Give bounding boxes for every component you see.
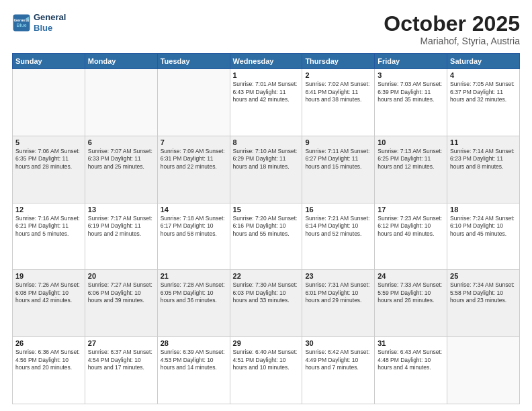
day-info: Sunrise: 7:01 AM Sunset: 6:43 PM Dayligh…	[233, 81, 300, 103]
table-row: 23Sunrise: 7:31 AM Sunset: 6:01 PM Dayli…	[302, 270, 375, 337]
day-number: 16	[305, 205, 371, 214]
day-info: Sunrise: 7:06 AM Sunset: 6:35 PM Dayligh…	[15, 148, 82, 171]
calendar-table: Sunday Monday Tuesday Wednesday Thursday…	[12, 53, 520, 404]
day-info: Sunrise: 7:09 AM Sunset: 6:31 PM Dayligh…	[161, 148, 227, 171]
table-row: 3Sunrise: 7:03 AM Sunset: 6:39 PM Daylig…	[375, 69, 447, 136]
table-row: 2Sunrise: 7:02 AM Sunset: 6:41 PM Daylig…	[302, 69, 375, 136]
table-row: 5Sunrise: 7:06 AM Sunset: 6:35 PM Daylig…	[13, 136, 85, 203]
day-info: Sunrise: 7:16 AM Sunset: 6:21 PM Dayligh…	[15, 215, 82, 238]
table-row: 13Sunrise: 7:17 AM Sunset: 6:19 PM Dayli…	[85, 203, 157, 270]
table-row	[447, 337, 520, 404]
day-number: 24	[378, 272, 444, 280]
day-info: Sunrise: 7:10 AM Sunset: 6:29 PM Dayligh…	[233, 148, 300, 171]
day-number: 7	[161, 138, 227, 146]
table-row: 20Sunrise: 7:27 AM Sunset: 6:06 PM Dayli…	[85, 270, 157, 337]
day-info: Sunrise: 7:13 AM Sunset: 6:25 PM Dayligh…	[378, 148, 444, 171]
day-number: 30	[305, 339, 371, 347]
calendar-header-row: Sunday Monday Tuesday Wednesday Thursday…	[13, 54, 520, 69]
calendar-week-row: 12Sunrise: 7:16 AM Sunset: 6:21 PM Dayli…	[13, 203, 520, 270]
day-info: Sunrise: 7:27 AM Sunset: 6:06 PM Dayligh…	[88, 281, 154, 304]
table-row: 27Sunrise: 6:37 AM Sunset: 4:54 PM Dayli…	[85, 337, 157, 404]
logo-icon: General Blue	[12, 13, 31, 32]
table-row: 31Sunrise: 6:43 AM Sunset: 4:48 PM Dayli…	[375, 337, 447, 404]
day-number: 29	[233, 339, 300, 347]
day-info: Sunrise: 6:42 AM Sunset: 4:49 PM Dayligh…	[305, 349, 371, 371]
calendar-week-row: 19Sunrise: 7:26 AM Sunset: 6:08 PM Dayli…	[13, 270, 520, 337]
col-thursday: Thursday	[302, 54, 375, 69]
col-tuesday: Tuesday	[157, 54, 230, 69]
day-number: 3	[378, 71, 444, 79]
calendar-week-row: 5Sunrise: 7:06 AM Sunset: 6:35 PM Daylig…	[13, 136, 520, 203]
day-info: Sunrise: 7:24 AM Sunset: 6:10 PM Dayligh…	[450, 215, 517, 238]
title-block: October 2025 Mariahof, Styria, Austria	[384, 12, 520, 46]
day-info: Sunrise: 7:11 AM Sunset: 6:27 PM Dayligh…	[305, 148, 371, 171]
table-row: 12Sunrise: 7:16 AM Sunset: 6:21 PM Dayli…	[13, 203, 85, 270]
col-friday: Friday	[375, 54, 447, 69]
table-row: 21Sunrise: 7:28 AM Sunset: 6:05 PM Dayli…	[157, 270, 230, 337]
table-row: 8Sunrise: 7:10 AM Sunset: 6:29 PM Daylig…	[230, 136, 302, 203]
day-number: 2	[305, 71, 371, 79]
day-info: Sunrise: 6:39 AM Sunset: 4:53 PM Dayligh…	[161, 349, 227, 371]
day-number: 13	[88, 205, 154, 214]
day-number: 21	[161, 272, 227, 280]
location-subtitle: Mariahof, Styria, Austria	[384, 36, 520, 46]
day-number: 14	[161, 205, 227, 214]
table-row: 24Sunrise: 7:33 AM Sunset: 5:59 PM Dayli…	[375, 270, 447, 337]
table-row	[13, 69, 85, 136]
day-info: Sunrise: 7:05 AM Sunset: 6:37 PM Dayligh…	[450, 81, 517, 103]
day-number: 9	[305, 138, 371, 146]
table-row: 26Sunrise: 6:36 AM Sunset: 4:56 PM Dayli…	[13, 337, 85, 404]
day-info: Sunrise: 7:21 AM Sunset: 6:14 PM Dayligh…	[305, 215, 371, 238]
day-info: Sunrise: 7:17 AM Sunset: 6:19 PM Dayligh…	[88, 215, 154, 238]
day-number: 11	[450, 138, 517, 146]
day-number: 27	[88, 339, 154, 347]
day-info: Sunrise: 7:31 AM Sunset: 6:01 PM Dayligh…	[305, 281, 371, 304]
day-number: 6	[88, 138, 154, 146]
table-row: 22Sunrise: 7:30 AM Sunset: 6:03 PM Dayli…	[230, 270, 302, 337]
day-info: Sunrise: 6:37 AM Sunset: 4:54 PM Dayligh…	[88, 349, 154, 371]
day-info: Sunrise: 7:20 AM Sunset: 6:16 PM Dayligh…	[233, 215, 300, 238]
day-info: Sunrise: 7:07 AM Sunset: 6:33 PM Dayligh…	[88, 148, 154, 171]
day-info: Sunrise: 7:14 AM Sunset: 6:23 PM Dayligh…	[450, 148, 517, 171]
table-row: 17Sunrise: 7:23 AM Sunset: 6:12 PM Dayli…	[375, 203, 447, 270]
day-number: 4	[450, 71, 517, 79]
day-number: 28	[161, 339, 227, 347]
day-number: 17	[378, 205, 444, 214]
svg-text:Blue: Blue	[16, 23, 26, 28]
day-number: 26	[15, 339, 82, 347]
day-info: Sunrise: 7:26 AM Sunset: 6:08 PM Dayligh…	[15, 281, 82, 304]
day-info: Sunrise: 7:33 AM Sunset: 5:59 PM Dayligh…	[378, 281, 444, 304]
table-row: 25Sunrise: 7:34 AM Sunset: 5:58 PM Dayli…	[447, 270, 520, 337]
table-row: 4Sunrise: 7:05 AM Sunset: 6:37 PM Daylig…	[447, 69, 520, 136]
logo: General Blue General Blue	[12, 12, 66, 33]
logo-text: General Blue	[34, 12, 66, 33]
day-number: 31	[378, 339, 444, 347]
day-number: 5	[15, 138, 82, 146]
header: General Blue General Blue October 2025 M…	[12, 12, 520, 46]
day-number: 20	[88, 272, 154, 280]
day-number: 23	[305, 272, 371, 280]
day-info: Sunrise: 6:43 AM Sunset: 4:48 PM Dayligh…	[378, 349, 444, 371]
day-info: Sunrise: 7:23 AM Sunset: 6:12 PM Dayligh…	[378, 215, 444, 238]
col-wednesday: Wednesday	[230, 54, 302, 69]
table-row: 1Sunrise: 7:01 AM Sunset: 6:43 PM Daylig…	[230, 69, 302, 136]
table-row: 14Sunrise: 7:18 AM Sunset: 6:17 PM Dayli…	[157, 203, 230, 270]
table-row: 15Sunrise: 7:20 AM Sunset: 6:16 PM Dayli…	[230, 203, 302, 270]
col-saturday: Saturday	[447, 54, 520, 69]
month-title: October 2025	[384, 12, 520, 36]
day-info: Sunrise: 6:40 AM Sunset: 4:51 PM Dayligh…	[233, 349, 300, 371]
table-row: 6Sunrise: 7:07 AM Sunset: 6:33 PM Daylig…	[85, 136, 157, 203]
table-row: 10Sunrise: 7:13 AM Sunset: 6:25 PM Dayli…	[375, 136, 447, 203]
table-row	[85, 69, 157, 136]
table-row: 7Sunrise: 7:09 AM Sunset: 6:31 PM Daylig…	[157, 136, 230, 203]
table-row: 29Sunrise: 6:40 AM Sunset: 4:51 PM Dayli…	[230, 337, 302, 404]
table-row: 11Sunrise: 7:14 AM Sunset: 6:23 PM Dayli…	[447, 136, 520, 203]
table-row: 30Sunrise: 6:42 AM Sunset: 4:49 PM Dayli…	[302, 337, 375, 404]
page: General Blue General Blue October 2025 M…	[0, 0, 532, 411]
calendar-week-row: 26Sunrise: 6:36 AM Sunset: 4:56 PM Dayli…	[13, 337, 520, 404]
table-row: 18Sunrise: 7:24 AM Sunset: 6:10 PM Dayli…	[447, 203, 520, 270]
table-row: 19Sunrise: 7:26 AM Sunset: 6:08 PM Dayli…	[13, 270, 85, 337]
day-number: 10	[378, 138, 444, 146]
day-info: Sunrise: 7:30 AM Sunset: 6:03 PM Dayligh…	[233, 281, 300, 304]
day-number: 19	[15, 272, 82, 280]
